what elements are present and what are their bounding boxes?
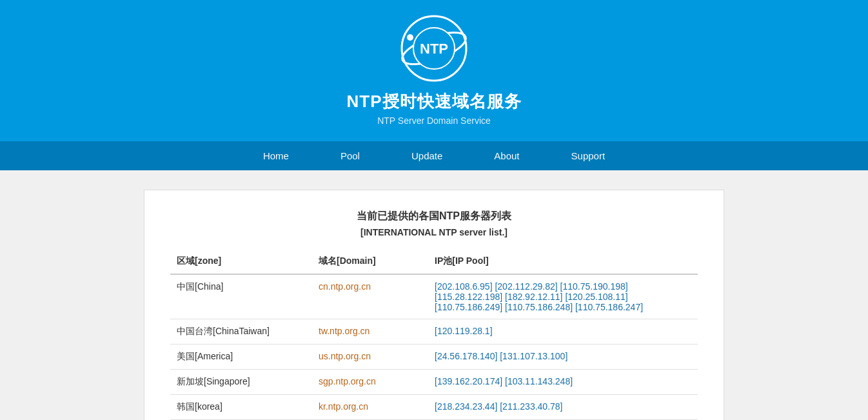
site-subtitle: NTP Server Domain Service <box>377 115 491 126</box>
logo-container: NTP NTP授时快速域名服务 NTP Server Domain Servic… <box>347 13 522 126</box>
site-title: NTP授时快速域名服务 <box>347 90 522 113</box>
ntp-logo: NTP <box>399 13 469 84</box>
nav-pool[interactable]: Pool <box>315 141 386 170</box>
zone-cell: 新加坡[Singapore] <box>170 370 312 395</box>
nav-support[interactable]: Support <box>546 141 631 170</box>
domain-link[interactable]: kr.ntp.org.cn <box>319 401 368 412</box>
header: NTP NTP授时快速域名服务 NTP Server Domain Servic… <box>0 0 868 141</box>
nav-home[interactable]: Home <box>237 141 315 170</box>
domain-link[interactable]: sgp.ntp.org.cn <box>319 376 376 386</box>
main-content: 当前已提供的各国NTP服务器列表 [INTERNATIONAL NTP serv… <box>144 190 724 420</box>
domain-link[interactable]: tw.ntp.org.cn <box>319 326 370 336</box>
zone-cell: 中国台湾[ChinaTaiwan] <box>170 319 312 345</box>
zone-cell: 美国[America] <box>170 345 312 370</box>
ip-cell: [139.162.20.174] [103.11.143.248] <box>428 370 698 395</box>
nav-update[interactable]: Update <box>386 141 468 170</box>
ip-cell: [24.56.178.140] [131.107.13.100] <box>428 345 698 370</box>
domain-cell[interactable]: sgp.ntp.org.cn <box>312 370 428 395</box>
domain-cell[interactable]: us.ntp.org.cn <box>312 345 428 370</box>
table-header-row: 区域[zone] 域名[Domain] IP池[IP Pool] <box>170 250 698 274</box>
nav-about[interactable]: About <box>468 141 545 170</box>
header-domain: 域名[Domain] <box>312 250 428 274</box>
domain-cell[interactable]: tw.ntp.org.cn <box>312 319 428 345</box>
ip-cell: [218.234.23.44] [211.233.40.78] <box>428 395 698 420</box>
table-row: 中国[China]cn.ntp.org.cn[202.108.6.95] [20… <box>170 274 698 319</box>
svg-text:NTP: NTP <box>420 41 448 57</box>
domain-cell[interactable]: kr.ntp.org.cn <box>312 395 428 420</box>
table-title: 当前已提供的各国NTP服务器列表 <box>170 210 698 223</box>
header-zone: 区域[zone] <box>170 250 312 274</box>
zone-cell: 韩国[korea] <box>170 395 312 420</box>
svg-point-4 <box>407 34 413 41</box>
header-ip: IP池[IP Pool] <box>428 250 698 274</box>
zone-cell: 中国[China] <box>170 274 312 319</box>
table-row: 韩国[korea]kr.ntp.org.cn[218.234.23.44] [2… <box>170 395 698 420</box>
domain-link[interactable]: us.ntp.org.cn <box>319 351 371 361</box>
ip-cell: [202.108.6.95] [202.112.29.82] [110.75.1… <box>428 274 698 319</box>
table-row: 中国台湾[ChinaTaiwan]tw.ntp.org.cn[120.119.2… <box>170 319 698 345</box>
domain-cell[interactable]: cn.ntp.org.cn <box>312 274 428 319</box>
navbar: Home Pool Update About Support <box>0 141 868 170</box>
ip-cell: [120.119.28.1] <box>428 319 698 345</box>
table-row: 美国[America]us.ntp.org.cn[24.56.178.140] … <box>170 345 698 370</box>
domain-link[interactable]: cn.ntp.org.cn <box>319 281 371 292</box>
table-subtitle: [INTERNATIONAL NTP server list.] <box>170 227 698 237</box>
table-row: 新加坡[Singapore]sgp.ntp.org.cn[139.162.20.… <box>170 370 698 395</box>
server-table: 区域[zone] 域名[Domain] IP池[IP Pool] 中国[Chin… <box>170 250 698 420</box>
